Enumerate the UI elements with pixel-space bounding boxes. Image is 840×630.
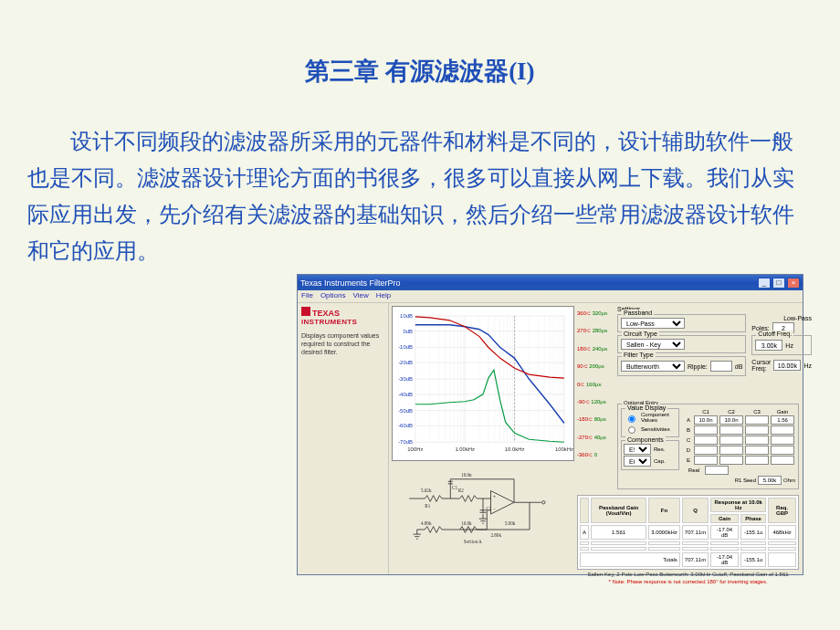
svg-text:-40dB: -40dB: [398, 392, 413, 397]
th-phase: Phase: [740, 514, 766, 523]
results-panel: Passband Gain (Vout/Vin) Fn Q Response a…: [577, 495, 799, 571]
menubar: File Options View Help: [298, 290, 803, 303]
oe-A-c2[interactable]: [719, 415, 743, 425]
ti-logo: TEXAS INSTRUMENTS: [301, 307, 384, 326]
oe-B-gain[interactable]: [771, 425, 794, 435]
circuit-r1: 5.62k: [421, 488, 432, 493]
cursor-label: Cursor Freq:: [751, 359, 771, 372]
oe-col-c3: C3: [745, 409, 769, 415]
window-title: Texas Instruments FilterPro: [300, 278, 401, 288]
oe-B-c3[interactable]: [745, 425, 769, 435]
th-gain2: Gain: [710, 514, 739, 523]
oe-col-c2: C2: [719, 409, 743, 415]
svg-text:100kHz: 100kHz: [555, 446, 573, 452]
axis-r-2: 180⊂: [577, 346, 591, 352]
ti-logo-icon: [301, 307, 310, 316]
passband-select[interactable]: Low-Pass: [621, 318, 685, 329]
axis-d-0: 320µs: [593, 310, 607, 316]
axis-d-3: 200µs: [589, 363, 604, 369]
menu-options[interactable]: Options: [320, 291, 346, 301]
oe-col-gain: Gain: [771, 409, 794, 415]
cell-A-id: A: [580, 525, 589, 540]
axis-r-8: -360⊂: [577, 452, 593, 457]
th-gbp: Req. GBP: [768, 498, 796, 523]
seed-input[interactable]: [758, 476, 782, 485]
oe-E-gain[interactable]: [771, 456, 794, 465]
svg-point-75: [542, 501, 545, 504]
oe-real-label: Real: [685, 467, 703, 473]
filterpro-window: Texas Instruments FilterPro _ □ × File O…: [297, 274, 803, 575]
ti-logo-sub: INSTRUMENTS: [301, 318, 357, 326]
axis-d-6: 80µs: [594, 416, 606, 422]
menu-view[interactable]: View: [352, 291, 368, 301]
value-display-group: Value Display Component Values Sensitivi…: [621, 408, 679, 437]
oe-E-c2[interactable]: [719, 456, 743, 465]
settings-panel: Settings Passband Low-Pass Circuit Type …: [617, 306, 799, 379]
cell-A-fn: 3.0000kHz: [648, 525, 680, 540]
axis-d-8: 0: [594, 452, 597, 457]
res-select[interactable]: E96: [624, 444, 651, 455]
axis-d-7: 40µs: [594, 435, 606, 440]
cell-A-rgain: -17.04 dB: [710, 525, 739, 540]
ripple-input[interactable]: [710, 361, 732, 372]
oe-A-c1[interactable]: [694, 415, 718, 425]
minimize-button[interactable]: _: [758, 278, 771, 289]
svg-text:-20dB: -20dB: [398, 360, 413, 365]
slide-paragraph: 设计不同频段的滤波器所采用的元器件和材料是不同的，设计辅助软件一般也是不同。滤波…: [27, 124, 813, 270]
svg-text:4.99k: 4.99k: [421, 520, 432, 526]
oe-C-c1[interactable]: [694, 436, 718, 445]
filter-type-label: Filter Type: [622, 352, 656, 358]
titlebar[interactable]: Texas Instruments FilterPro _ □ ×: [298, 275, 803, 290]
menu-file[interactable]: File: [301, 291, 313, 301]
cursor-input[interactable]: [773, 360, 801, 371]
totals-gain: -17.04 dB: [710, 552, 739, 567]
radio-component-values[interactable]: [628, 415, 635, 423]
oe-E-c3[interactable]: [745, 456, 769, 465]
oe-C-c2[interactable]: [719, 436, 743, 445]
th-q: Q: [682, 498, 709, 523]
sidebar-hint: Displays component values required to co…: [301, 331, 384, 356]
svg-text:0dB: 0dB: [403, 329, 413, 334]
svg-text:-70dB: -70dB: [398, 439, 413, 445]
svg-text:2.80k: 2.80k: [491, 533, 502, 539]
cursor-unit: Hz: [803, 362, 812, 369]
bode-chart: 10dB0dB -10dB-20dB -30dB-40dB -50dB-60dB…: [392, 306, 574, 461]
th-fn: Fn: [648, 498, 680, 523]
cell-A-gbp: 468kHz: [768, 525, 796, 540]
ripple-label: Ripple:: [688, 363, 708, 370]
cap-select[interactable]: E6: [624, 456, 651, 467]
circuit-type-select[interactable]: Sallen - Key: [621, 339, 685, 350]
svg-text:−: −: [493, 506, 496, 511]
oe-D-gain[interactable]: [771, 446, 794, 455]
axis-d-4: 160µs: [586, 382, 601, 387]
oe-C-gain[interactable]: [771, 436, 794, 445]
close-button[interactable]: ×: [787, 278, 800, 289]
oe-B-c1[interactable]: [694, 425, 718, 435]
oe-col-c1: C1: [694, 409, 718, 415]
axis-r-0: 360⊂: [577, 310, 591, 316]
cutoff-group: Cutoff Freq. Hz: [751, 335, 812, 355]
radio-component-label: Component Values: [641, 412, 677, 423]
oe-C-c3[interactable]: [745, 436, 769, 445]
maximize-button[interactable]: □: [772, 278, 785, 289]
results-totals: Totals 707.11m -17.04 dB -155.1o: [580, 552, 796, 567]
totals-label: Totals: [580, 552, 680, 567]
svg-text:10.0kHz: 10.0kHz: [505, 446, 525, 452]
oe-D-c2[interactable]: [719, 446, 743, 455]
oe-A-gain[interactable]: [771, 415, 794, 425]
oe-D-c1[interactable]: [694, 446, 718, 455]
oe-real[interactable]: [705, 466, 729, 475]
circuit-schematic: 5.62k R1 R2 10.0n C1: [392, 467, 574, 545]
menu-help[interactable]: Help: [376, 291, 391, 301]
oe-D-c3[interactable]: [745, 446, 769, 455]
content-area: TEXAS INSTRUMENTS Displays component val…: [298, 303, 803, 574]
oe-B-c2[interactable]: [719, 425, 743, 435]
totals-phase: -155.1o: [740, 552, 766, 567]
filter-type-select[interactable]: Butterworth: [621, 361, 685, 372]
cutoff-input[interactable]: [755, 340, 782, 351]
oe-E-c1[interactable]: [694, 456, 718, 465]
radio-sensitivities[interactable]: [628, 426, 635, 434]
axis-r-1: 270⊂: [577, 328, 591, 333]
cell-A-phase: -155.1o: [740, 525, 766, 540]
oe-A-c3[interactable]: [745, 415, 769, 425]
